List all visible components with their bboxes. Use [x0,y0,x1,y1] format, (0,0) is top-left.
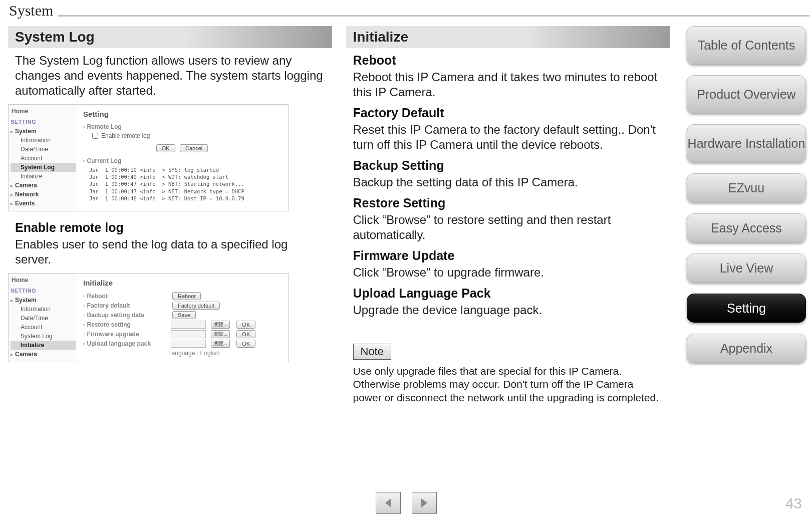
nav-item: Information [11,136,76,145]
shot2-nav: Home SETTING SystemInformationDate/TimeA… [9,274,76,362]
nav-setting[interactable]: Setting [687,294,806,323]
shot2-nav-items: SystemInformationDate/TimeAccountSystem … [11,296,76,359]
system-log-intro: The System Log function allows users to … [15,53,325,98]
file-input[interactable] [171,330,206,338]
shot2-home: Home [11,277,76,284]
enable-remote-heading: Enable remote log [15,220,325,235]
init-row: Upload language pack瀏覽...OK [83,340,281,348]
log-line: Jan 1 00:00:10 <info > SYS: log started [89,166,281,173]
nav-item: Information [11,305,76,314]
reboot-body: Reboot this IP Camera and it takes two m… [353,70,663,100]
pager [376,492,437,514]
screenshot-initialize: Home SETTING SystemInformationDate/TimeA… [8,273,289,362]
init-row: RebootReboot [83,292,281,300]
shot1-group: SETTING [11,119,76,125]
shot1-log-lines: Jan 1 00:00:10 <info > SYS: log startedJ… [83,166,281,202]
ok-button[interactable]: OK [236,330,255,338]
side-nav: Table of ContentsProduct OverviewHardwar… [687,26,806,363]
init-row-label: Reboot [83,293,166,300]
ok-button[interactable]: OK [156,144,175,152]
nav-item: Events [11,199,76,208]
log-line: Jan 1 00:00:47 <info > NET: Network type… [89,188,281,195]
init-row-label: Factory default [83,302,166,309]
init-button[interactable]: Factory default [172,302,220,310]
page-title: System [9,2,58,20]
browse-button[interactable]: 瀏覽... [211,340,230,348]
file-input[interactable] [171,340,206,348]
nav-item: System Log [11,332,76,341]
shot1-nav: Home SETTING SystemInformationDate/TimeA… [9,105,76,211]
arrow-left-icon [382,497,394,509]
nav-item: Date/Time [11,314,76,323]
shot2-title: Initialize [83,279,281,287]
nav-item: System [11,296,76,305]
ok-button[interactable]: OK [236,321,255,329]
file-input[interactable] [171,321,206,329]
nav-easy-access[interactable]: Easy Access [687,213,806,242]
init-button[interactable]: Reboot [172,292,201,300]
right-column: Initialize Reboot Reboot this IP Camera … [344,26,672,517]
nav-table-of-contents[interactable]: Table of Contents [687,26,806,64]
shot1-buttons: OK Cancel [83,144,281,152]
nav-appendix[interactable]: Appendix [687,334,806,363]
nav-item: Network [11,190,76,199]
shot1-current-log: Current Log [83,157,281,164]
nav-live-view[interactable]: Live View [687,253,806,283]
enable-remote-body: Enables user to send the log data to a s… [15,237,325,267]
browse-button[interactable]: 瀏覽... [211,321,230,329]
enable-remote-label: Enable remote log [101,132,150,139]
restore-heading: Restore Setting [353,196,663,210]
init-row: Restore setting瀏覽...OK [83,321,281,329]
cancel-button[interactable]: Cancel [180,144,208,152]
shot2-language: Language : English [168,350,281,357]
page-header: System [9,0,812,20]
ok-button[interactable]: OK [236,340,255,348]
left-column: System Log The System Log function allow… [6,26,334,517]
init-row-label: Firmware upgrade [83,331,166,338]
init-button[interactable]: Save [172,311,196,319]
firmware-body: Click “Browse” to upgrade firmware. [353,265,663,280]
browse-button[interactable]: 瀏覽... [211,330,230,338]
nav-product-overview[interactable]: Product Overview [687,75,806,113]
shot2-main: Initialize RebootRebootFactory defaultFa… [76,274,288,362]
nav-item: Camera [11,350,76,359]
nav-item: Account [11,154,76,163]
restore-body: Click “Browse” to restore setting and th… [353,212,663,242]
factory-heading: Factory Default [353,106,663,120]
nav-ezvuu[interactable]: EZvuu [687,173,806,202]
reboot-heading: Reboot [353,53,663,68]
note-body: Use only upgrade files that are special … [353,365,663,404]
init-row: Firmware upgrade瀏覽...OK [83,330,281,338]
nav-item: Camera [11,181,76,190]
nav-item: Account [11,323,76,332]
langpack-heading: Upload Language Pack [353,286,663,301]
shot1-nav-items: SystemInformationDate/TimeAccountSystem … [11,127,76,208]
init-row-label: Restore setting [83,321,166,328]
nav-item: System Log [11,163,76,172]
log-line: Jan 1 00:00:48 <info > NET: Host IP = 10… [89,195,281,202]
enable-remote-checkbox[interactable] [92,133,98,139]
content: System Log The System Log function allow… [6,26,672,517]
shot1-home: Home [11,108,76,115]
shot1-enable-remote: Enable remote log [92,132,281,139]
section-bar-initialize: Initialize [346,26,670,48]
prev-page-button[interactable] [376,492,401,514]
backup-body: Backup the setting data of this IP Camer… [353,175,663,190]
next-page-button[interactable] [412,492,437,514]
section-bar-system-log: System Log [8,26,332,48]
shot1-title: Setting [83,110,281,118]
log-line: Jan 1 00:00:40 <info > WDT: watchdog sta… [89,173,281,180]
init-row: Factory defaultFactory default [83,302,281,310]
init-row-label: Upload language pack [83,340,166,347]
factory-body: Reset this IP Camera to the factory defa… [353,122,663,152]
shot2-group: SETTING [11,288,76,294]
nav-item: Initialize [11,341,76,350]
nav-hardware-installation[interactable]: Hardware Installation [687,124,806,162]
header-rule [58,15,809,17]
screenshot-system-log: Home SETTING SystemInformationDate/TimeA… [8,104,289,211]
init-row: Backup setting dataSave [83,311,281,319]
backup-heading: Backup Setting [353,158,663,173]
nav-item: System [11,127,76,136]
init-row-label: Backup setting data [83,312,166,319]
log-line: Jan 1 00:00:47 <info > NET: Starting net… [89,180,281,187]
